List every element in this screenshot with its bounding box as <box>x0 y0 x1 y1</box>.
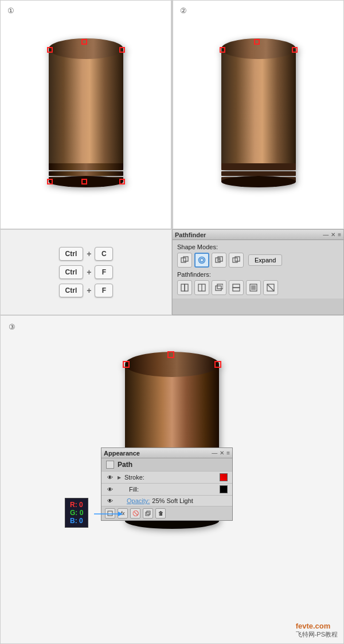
f-key-1[interactable]: F <box>95 265 113 279</box>
svg-rect-12 <box>221 49 296 169</box>
svg-marker-53 <box>118 512 123 516</box>
svg-rect-15 <box>221 171 296 176</box>
svg-point-23 <box>199 257 205 264</box>
svg-rect-14 <box>221 163 296 170</box>
svg-rect-56 <box>147 511 150 515</box>
pf-btn-6[interactable] <box>263 280 278 295</box>
opacity-value: 25% Soft Light <box>152 497 193 504</box>
key-row-1: Ctrl + C <box>59 247 114 261</box>
appearance-path-row: Path <box>101 458 232 472</box>
watermark: fevte.com 飞特网-PS教程 <box>296 622 338 639</box>
pathfinder-minus[interactable]: — <box>323 231 329 238</box>
appearance-fill-row: 👁 Fill: <box>101 484 232 496</box>
ctrl-key-3[interactable]: Ctrl <box>59 284 84 297</box>
ctrl-key-2[interactable]: Ctrl <box>59 265 84 279</box>
minus-front-btn[interactable] <box>194 253 209 268</box>
cylinder-1-container <box>1 1 171 229</box>
panel1-number: ① <box>7 6 14 15</box>
svg-point-24 <box>200 258 204 262</box>
pathfinder-menu[interactable]: ≡ <box>338 231 341 238</box>
svg-rect-30 <box>181 284 185 291</box>
cylinder-2-svg <box>213 32 304 198</box>
pathfinder-body: Shape Modes: <box>173 240 343 299</box>
pf-btn-1[interactable] <box>177 280 192 295</box>
path-icon <box>106 461 114 469</box>
pathfinder-title: Pathfinder <box>175 231 206 238</box>
svg-rect-0 <box>49 49 123 169</box>
appearance-menu[interactable]: ≡ <box>226 450 230 456</box>
cylinder-1-svg <box>40 32 132 198</box>
pf-btn-4[interactable] <box>229 280 244 295</box>
ctrl-key-1[interactable]: Ctrl <box>59 247 84 261</box>
watermark-cn: 飞特网-PS教程 <box>296 630 338 639</box>
svg-rect-27 <box>218 258 220 260</box>
svg-point-17 <box>221 176 296 187</box>
opacity-visibility-eye[interactable]: 👁 <box>106 498 114 504</box>
appearance-path-label: Path <box>118 461 132 469</box>
cylinder-2-container <box>173 1 343 229</box>
panel-2: ② <box>173 0 344 229</box>
rgb-arrow-container <box>94 511 123 519</box>
stroke-expand-arrow[interactable]: ▶ <box>118 475 121 480</box>
svg-rect-2 <box>49 163 123 170</box>
pathfinders-label: Pathfinders: <box>177 271 339 278</box>
appearance-opacity-row: 👁 Opacity: 25% Soft Light <box>101 496 232 506</box>
svg-rect-35 <box>217 284 223 289</box>
opacity-label[interactable]: Opacity: <box>127 497 150 504</box>
unite-btn[interactable] <box>177 253 192 268</box>
plus-3: + <box>87 286 91 295</box>
watermark-site: fevte.com <box>296 622 338 630</box>
prohibit-btn[interactable]: 🚫 <box>130 508 140 519</box>
rgb-badge: R: 0 G: 0 B: 0 <box>65 498 88 528</box>
svg-rect-31 <box>185 284 188 291</box>
keyboard-panel: Ctrl + C Ctrl + F Ctrl + F <box>0 229 172 315</box>
key-row-3: Ctrl + F <box>59 284 114 297</box>
panel-1: ① <box>0 0 171 229</box>
panel3-number: ③ <box>9 323 15 332</box>
panel2-number: ② <box>180 6 187 15</box>
shape-modes-label: Shape Modes: <box>177 244 339 250</box>
svg-point-43 <box>125 352 219 377</box>
pathfinder-titlebar: Pathfinder — ✕ ≡ <box>173 230 343 240</box>
f-key-2[interactable]: F <box>95 284 113 297</box>
pathfinder-panel: Pathfinder — ✕ ≡ Shape Modes: <box>172 229 344 315</box>
appearance-stroke-row: 👁 ▶ Stroke: <box>101 472 232 484</box>
middle-row: Ctrl + C Ctrl + F Ctrl + F Pathfinder — … <box>0 229 344 315</box>
plus-2: + <box>87 268 91 277</box>
stroke-visibility-eye[interactable]: 👁 <box>106 474 114 480</box>
rgb-g-value: G: 0 <box>70 509 83 517</box>
fill-label: Fill: <box>129 486 216 493</box>
svg-rect-37 <box>233 288 240 291</box>
rgb-b-value: B: 0 <box>70 517 83 525</box>
svg-rect-39 <box>251 285 256 290</box>
appearance-minus[interactable]: — <box>212 450 217 456</box>
pathfinders-row <box>177 280 339 295</box>
fill-swatch[interactable] <box>220 485 228 493</box>
appearance-panel: Appearance — ✕ ≡ Path 👁 ▶ Stroke: 👁 <box>101 447 233 521</box>
top-row: ① <box>0 0 344 229</box>
svg-rect-36 <box>233 284 240 288</box>
exclude-btn[interactable] <box>229 253 244 268</box>
stroke-swatch[interactable] <box>220 473 228 481</box>
appearance-controls: — ✕ ≡ <box>212 450 230 456</box>
intersect-btn[interactable] <box>212 253 226 268</box>
pf-btn-3[interactable] <box>212 280 226 295</box>
rgb-r-value: R: 0 <box>70 501 83 509</box>
delete-btn[interactable]: 🗑 <box>155 508 166 519</box>
expand-button[interactable]: Expand <box>248 254 282 266</box>
bottom-panel: ③ <box>0 315 344 644</box>
rgb-arrow-svg <box>94 511 123 517</box>
appearance-title: Appearance <box>104 450 140 457</box>
duplicate-btn[interactable] <box>143 508 153 519</box>
c-key[interactable]: C <box>95 247 113 261</box>
stroke-label: Stroke: <box>124 474 216 481</box>
appearance-titlebar: Appearance — ✕ ≡ <box>101 448 232 458</box>
svg-rect-34 <box>216 286 221 290</box>
svg-line-41 <box>267 284 274 291</box>
fill-visibility-eye[interactable]: 👁 <box>106 486 114 492</box>
pf-btn-2[interactable] <box>194 280 209 295</box>
pf-btn-5[interactable] <box>246 280 261 295</box>
key-row-2: Ctrl + F <box>59 265 114 279</box>
pathfinder-close[interactable]: ✕ <box>331 231 335 238</box>
appearance-close[interactable]: ✕ <box>220 450 224 456</box>
